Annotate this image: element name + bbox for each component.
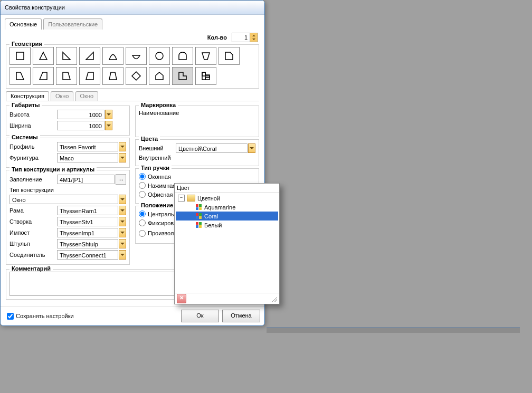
width-dropdown[interactable]	[105, 121, 112, 130]
sash-label: Створка	[10, 218, 57, 225]
sash-dropdown[interactable]	[119, 217, 126, 226]
shape-tri-center[interactable]	[33, 47, 54, 65]
tree-item-coral[interactable]: Coral	[176, 212, 278, 221]
hardware-dropdown[interactable]	[119, 153, 126, 162]
frame-label: Рама	[10, 207, 57, 214]
geometry-legend: Геометрия	[10, 41, 44, 47]
cancel-button[interactable]: Отмена	[222, 310, 260, 322]
profile-select[interactable]: Tissen Favorit	[57, 142, 118, 151]
color-tree: − Цветной Aquamarine Coral Белый	[175, 193, 279, 293]
subtab-window-1[interactable]: Окно	[51, 91, 74, 101]
tab-main[interactable]: Основные	[5, 18, 42, 30]
shape-trapez-down[interactable]	[195, 47, 216, 65]
subtab-window-2[interactable]: Окно	[75, 91, 99, 101]
hardware-label: Фурнитура	[10, 155, 57, 161]
shape-poly-l[interactable]	[172, 67, 193, 85]
quantity-up[interactable]	[250, 33, 258, 37]
connector-dropdown[interactable]	[119, 250, 126, 260]
subtab-construction[interactable]: Конструкция	[6, 91, 49, 101]
shape-arch-bottom[interactable]	[126, 47, 147, 65]
quantity-value: 1	[232, 33, 250, 42]
shape-tri-left[interactable]	[56, 47, 77, 65]
handle-legend: Тип ручки	[139, 165, 172, 171]
sash-select[interactable]: ThyssenStv1	[57, 217, 118, 226]
shape-arch-top[interactable]	[102, 47, 124, 65]
handle-push-label: Нажимная	[148, 183, 176, 189]
shape-cut-l1[interactable]	[218, 47, 240, 65]
folder-icon	[187, 195, 195, 202]
outer-color-select[interactable]: Цветной\Coral	[176, 143, 248, 153]
handle-window-radio[interactable]	[139, 173, 146, 180]
tree-item-aquamarine[interactable]: Aquamarine	[176, 203, 278, 212]
profile-dropdown[interactable]	[119, 142, 126, 151]
marking-group: Маркировка Наименование	[135, 106, 259, 137]
impost-label: Импост	[10, 229, 57, 236]
comment-legend: Комментарий	[10, 265, 53, 272]
ctype-dropdown[interactable]	[119, 195, 126, 204]
tree-toggle-icon[interactable]: −	[178, 195, 185, 202]
dimensions-legend: Габариты	[10, 102, 42, 108]
impost-select[interactable]: ThyssenImp1	[57, 228, 118, 237]
handle-push-radio[interactable]	[139, 182, 146, 189]
marking-name-label: Наименование	[139, 110, 179, 116]
shape-arch-rect[interactable]	[172, 47, 193, 65]
frame-dropdown[interactable]	[119, 206, 126, 215]
tree-item-label: Coral	[204, 213, 218, 219]
shtulp-dropdown[interactable]	[119, 239, 126, 248]
shape-pentagon[interactable]	[149, 67, 170, 85]
fill-input[interactable]: 4M1/[P1]	[57, 175, 115, 184]
popup-footer: ✕	[175, 293, 279, 304]
impost-dropdown[interactable]	[119, 228, 126, 237]
shape-tri-right[interactable]	[79, 47, 100, 65]
shtulp-label: Штульп	[10, 241, 57, 247]
shape-para-right[interactable]	[79, 67, 100, 85]
tree-folder-row[interactable]: − Цветной	[176, 194, 278, 203]
color-swatch-icon	[196, 204, 202, 210]
background-window-edge	[267, 327, 520, 333]
hardware-select[interactable]: Maco	[57, 153, 118, 162]
shape-diamond[interactable]	[126, 67, 147, 85]
ctype-legend: Тип конструкции и артикулы	[10, 166, 97, 172]
dialog-titlebar[interactable]: Свойства конструкции	[1, 1, 264, 15]
color-swatch-icon	[196, 222, 202, 228]
position-center-radio[interactable]	[139, 210, 146, 217]
marking-legend: Маркировка	[139, 102, 178, 108]
connector-select[interactable]: ThyssenConnect1	[57, 250, 118, 260]
height-dropdown[interactable]	[105, 110, 112, 119]
height-input[interactable]: 1000	[57, 110, 104, 119]
tree-folder-label: Цветной	[197, 195, 220, 202]
position-custom-radio[interactable]	[139, 230, 146, 237]
width-input[interactable]: 1000	[57, 121, 104, 130]
ctype-select[interactable]: Окно	[10, 195, 118, 204]
tree-item-label: Белый	[204, 222, 222, 228]
shape-circle[interactable]	[149, 47, 170, 65]
popup-close-button[interactable]: ✕	[177, 294, 186, 303]
outer-color-label: Внешний	[139, 145, 176, 151]
outer-color-dropdown[interactable]	[248, 143, 255, 153]
fill-browse-button[interactable]: …	[116, 174, 126, 185]
height-label: Высота	[10, 111, 57, 118]
handle-office-radio[interactable]	[139, 191, 146, 198]
inner-color-label: Внутренний	[139, 155, 176, 161]
shape-trap-right[interactable]	[33, 67, 54, 85]
svg-rect-0	[16, 52, 24, 60]
shape-trapez-up[interactable]	[102, 67, 124, 85]
quantity-spinner[interactable]: 1	[232, 33, 258, 42]
quantity-down[interactable]	[250, 37, 258, 42]
ok-button[interactable]: Ок	[181, 310, 219, 322]
tree-item-label: Aquamarine	[204, 204, 235, 210]
shape-poly-t[interactable]	[195, 67, 216, 85]
width-label: Ширина	[10, 122, 57, 129]
shape-rect[interactable]	[10, 47, 31, 65]
svg-point-1	[156, 52, 163, 60]
save-settings-checkbox[interactable]	[7, 313, 14, 320]
tab-user[interactable]: Пользовательские	[43, 18, 102, 30]
position-legend: Положение	[139, 202, 175, 208]
resize-grip-icon[interactable]	[271, 295, 277, 302]
shape-para-left[interactable]	[56, 67, 77, 85]
tree-item-white[interactable]: Белый	[176, 221, 278, 229]
shtulp-select[interactable]: ThyssenShtulp	[57, 239, 118, 248]
frame-select[interactable]: ThyssenRam1	[57, 206, 118, 215]
shape-trap-left[interactable]	[10, 67, 31, 85]
position-fixed-radio[interactable]	[139, 219, 146, 226]
